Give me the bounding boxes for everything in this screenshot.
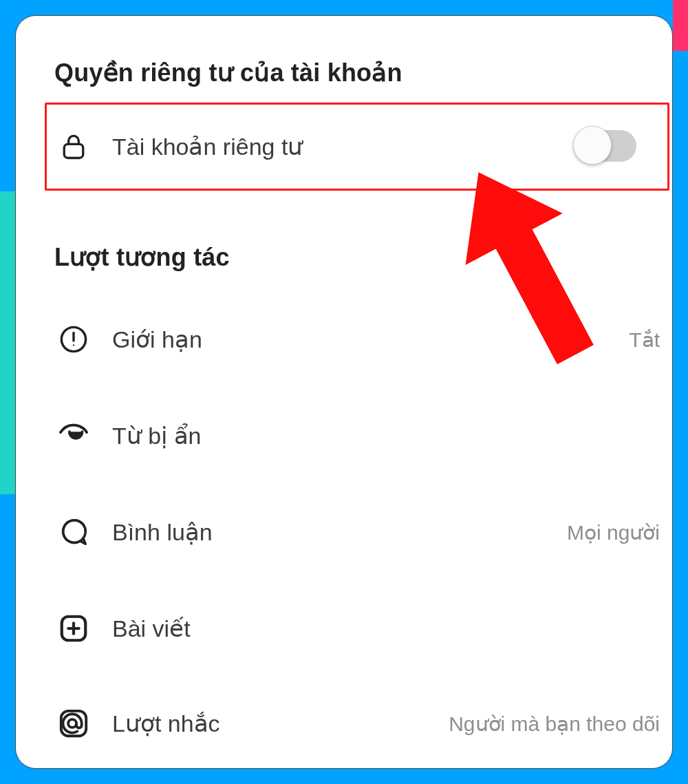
plus-square-icon	[54, 609, 93, 648]
decorative-stripe-right	[673, 0, 688, 51]
limits-label: Giới hạn	[112, 326, 202, 353]
comment-icon	[54, 513, 93, 551]
row-comments[interactable]: Bình luận Mọi người	[54, 511, 660, 553]
svg-point-3	[73, 344, 74, 346]
eye-hidden-icon	[54, 416, 93, 455]
limits-value: Tắt	[629, 328, 660, 352]
comments-value: Mọi người	[567, 520, 660, 544]
private-account-toggle[interactable]	[576, 130, 636, 162]
toggle-thumb	[573, 126, 612, 165]
private-account-label: Tài khoản riêng tư	[112, 133, 303, 160]
row-hidden-words[interactable]: Từ bị ẩn	[54, 415, 660, 456]
hidden-words-label: Từ bị ẩn	[112, 422, 201, 449]
row-posts[interactable]: Bài viết	[54, 608, 660, 649]
alert-circle-icon	[54, 320, 93, 359]
section-title-interactions: Lượt tương tác	[54, 243, 230, 272]
tutorial-frame: Quyền riêng tư của tài khoản Tài khoản r…	[0, 0, 688, 784]
comments-label: Bình luận	[112, 518, 213, 546]
svg-rect-0	[64, 144, 83, 158]
row-limits[interactable]: Giới hạn Tắt	[54, 319, 660, 360]
row-private-account[interactable]: Tài khoản riêng tư	[54, 126, 660, 167]
decorative-stripe-left	[0, 191, 15, 494]
mentions-label: Lượt nhắc	[112, 710, 220, 737]
mention-icon	[54, 704, 93, 743]
section-title-privacy: Quyền riêng tư của tài khoản	[54, 59, 402, 87]
settings-panel: Quyền riêng tư của tài khoản Tài khoản r…	[15, 15, 673, 769]
lock-icon	[54, 127, 93, 166]
row-mentions[interactable]: Lượt nhắc Người mà bạn theo dõi	[54, 703, 660, 744]
posts-label: Bài viết	[112, 615, 191, 642]
mentions-value: Người mà bạn theo dõi	[449, 712, 660, 736]
